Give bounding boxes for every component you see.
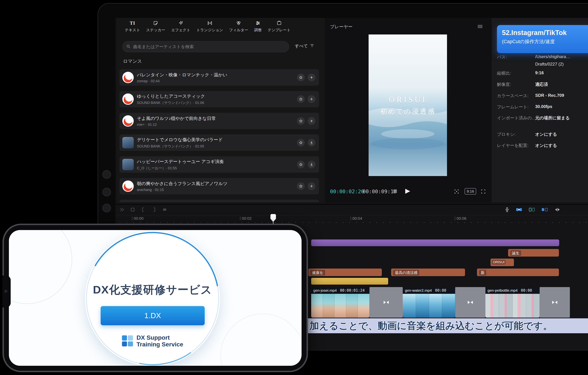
- clip-filename: gen-petbottle.mp4: [488, 288, 518, 293]
- collapse-tracks-icon[interactable]: [119, 207, 125, 213]
- player-menu-icon[interactable]: [477, 24, 483, 29]
- fullscreen-icon[interactable]: [481, 189, 486, 195]
- track-meta: mie+ · 01:12: [137, 122, 216, 127]
- bezel-button-1[interactable]: [102, 170, 111, 179]
- ruler-label: 00:04: [351, 217, 362, 221]
- clip-filename: gen-water2.mp4: [405, 288, 432, 293]
- ruler-label: 00:02: [240, 217, 252, 221]
- music-list-item[interactable]: そよ風のワルツ♪穏やかで前向きな日常 mie+ · 01:12: [119, 113, 319, 129]
- add-icon[interactable]: [308, 95, 315, 103]
- text-clip[interactable]: 新: [477, 269, 559, 276]
- album-art: [122, 72, 134, 83]
- search-input[interactable]: [133, 44, 285, 49]
- video-clip[interactable]: gen-josei.mp4 00:00:01:24: [311, 287, 369, 318]
- tab-template[interactable]: テンプレート: [268, 20, 291, 32]
- subtitle-text: 加えることで、動画に音楽を組み込むことが可能です。: [309, 319, 553, 332]
- tab-label: テキスト: [125, 28, 140, 32]
- layout-grid-icon[interactable]: [393, 189, 397, 194]
- track-overlay-purple[interactable]: [311, 239, 559, 246]
- transition-zone[interactable]: [369, 287, 403, 318]
- info-value[interactable]: オンにする: [535, 132, 557, 137]
- replace-clip-icon[interactable]: [541, 207, 548, 213]
- tab-text[interactable]: TI テキスト: [125, 20, 140, 32]
- transition-zone[interactable]: [540, 287, 570, 318]
- toast-subtitle: (CapCutの操作方法/速度: [502, 38, 588, 45]
- text-clip[interactable]: 誕生: [508, 249, 559, 256]
- favorite-icon[interactable]: [297, 182, 305, 190]
- media-panel: TI テキスト ステッカー エフェクト トランジション: [117, 18, 326, 202]
- add-icon[interactable]: [308, 73, 315, 81]
- select-tool-icon[interactable]: [130, 207, 135, 213]
- bezel-button-3[interactable]: [102, 204, 111, 212]
- info-value: SDR - Rec.709: [535, 93, 564, 98]
- tab-adjust[interactable]: 調整: [254, 20, 262, 32]
- ruler-ticks[interactable]: [120, 222, 588, 223]
- track-audio-yellow[interactable]: [311, 278, 388, 284]
- transition-bowtie-icon: [552, 300, 558, 304]
- screenshot: TI テキスト ステッカー エフェクト トランジション: [0, 0, 588, 375]
- music-list-item[interactable]: 朝の爽やかさに合うフランス風ピアノワルツ arachang · 01:15: [119, 178, 319, 194]
- favorite-icon[interactable]: [297, 117, 305, 125]
- trim-handles-icon[interactable]: [554, 207, 561, 213]
- play-button[interactable]: ▶: [405, 187, 410, 194]
- music-list-item[interactable]: ハッピーバースデートゥーユー アコギ演奏 C_O（しーおー）· 01:55: [119, 156, 319, 173]
- playhead-handle[interactable]: [271, 214, 276, 222]
- tab-label: トランジション: [196, 28, 223, 32]
- album-art: [122, 115, 134, 127]
- text-clip[interactable]: ORISUI: [491, 259, 514, 266]
- filter-all-button[interactable]: すべて: [295, 43, 314, 49]
- video-clip[interactable]: gen-water2.mp4 00:00: [403, 287, 455, 318]
- text-clip[interactable]: 最高の清涼感: [391, 269, 465, 276]
- info-value: 適応済: [535, 81, 548, 87]
- music-list-item[interactable]: バレンタイン・映像・ロマンチック・温かい zomap · 02:44: [119, 69, 319, 86]
- music-list-item[interactable]: ゆっくりとしたアコースティック SOUND BANK（サウンドバンク）· 01:…: [119, 91, 319, 107]
- decor-circle: [220, 314, 302, 366]
- mask-tool-icon[interactable]: [162, 207, 167, 213]
- tab-filter[interactable]: フィルター: [229, 20, 248, 32]
- bezel-button-2[interactable]: [102, 188, 111, 196]
- bracket-out-icon[interactable]: [151, 207, 157, 213]
- album-art: [122, 93, 134, 105]
- download-icon[interactable]: [308, 139, 315, 147]
- filter-all-label: すべて: [295, 43, 308, 49]
- aspect-ratio-badge[interactable]: 9:16: [465, 188, 476, 194]
- search-icon: [126, 44, 131, 49]
- favorite-icon[interactable]: [297, 161, 305, 168]
- video-clip[interactable]: gen-petbottle.mp4 00:00: [485, 287, 540, 318]
- favorite-icon[interactable]: [297, 139, 305, 147]
- sticker-icon: [153, 20, 158, 26]
- add-icon[interactable]: [308, 182, 315, 190]
- add-icon[interactable]: [308, 117, 315, 125]
- track-meta: zomap · 02:44: [137, 79, 227, 83]
- album-art: [122, 159, 134, 170]
- focus-icon[interactable]: [454, 189, 459, 195]
- timeline-toolbar: [116, 205, 588, 215]
- info-value[interactable]: オンにする: [535, 143, 557, 148]
- favorite-icon[interactable]: [297, 95, 305, 103]
- music-list-item[interactable]: デリケートでメロウな傷心美学のバラード SOUND BANK（サウンドバンク）·…: [119, 134, 319, 151]
- auto-split-icon[interactable]: [529, 207, 535, 213]
- logo-line1: DX Support: [136, 334, 183, 341]
- track-title: そよ風のワルツ♪穏やかで前向きな日常: [137, 115, 216, 121]
- overwrite-insert-icon[interactable]: [516, 207, 522, 213]
- tab-transition[interactable]: トランジション: [196, 20, 223, 32]
- logo-line2: Training Service: [136, 341, 183, 348]
- text-clip[interactable]: 健康を: [308, 269, 382, 276]
- chapter-button[interactable]: 1.DX: [101, 306, 205, 325]
- filter-icon: [236, 20, 241, 26]
- record-voiceover-icon[interactable]: [505, 207, 509, 213]
- subtitle-track[interactable]: 加えることで、動画に音楽を組み込むことが可能です。: [308, 318, 588, 333]
- notification-toast[interactable]: 52.Instagram/TikTok (CapCutの操作方法/速度: [497, 25, 588, 53]
- player-controls: 00:00:02:20 00:00:09:15 ▶ 9:16: [325, 187, 492, 198]
- bracket-in-icon[interactable]: [141, 207, 146, 213]
- video-preview[interactable]: ORISUI 初めての浸透感: [368, 34, 447, 176]
- album-art: [122, 137, 134, 148]
- text-clip-label: ORISUI: [492, 260, 505, 264]
- tab-effect[interactable]: エフェクト: [171, 20, 190, 32]
- music-list-item-partial[interactable]: [119, 200, 319, 202]
- favorite-icon[interactable]: [297, 73, 305, 81]
- tab-sticker[interactable]: ステッカー: [146, 20, 165, 32]
- transition-zone[interactable]: [455, 287, 485, 318]
- download-icon[interactable]: [308, 161, 315, 168]
- project-info-panel: 52.Instagram/TikTok (CapCutの操作方法/速度 パス: …: [492, 18, 588, 202]
